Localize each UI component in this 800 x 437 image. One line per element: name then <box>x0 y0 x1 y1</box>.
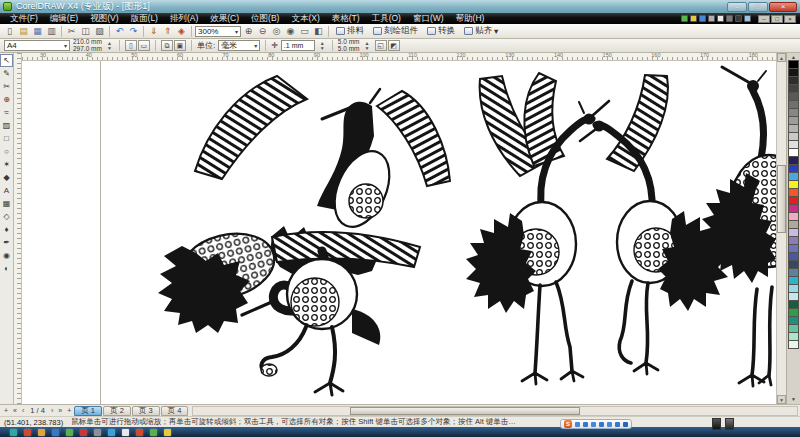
basic-shapes-tool[interactable]: ◆ <box>0 171 13 184</box>
last-page-button[interactable]: » <box>56 407 64 414</box>
close-button[interactable]: × <box>769 2 797 12</box>
save-icon[interactable]: ▦ <box>31 25 44 37</box>
undo-icon[interactable]: ↶ <box>113 25 126 37</box>
scroll-down-icon[interactable]: ▼ <box>777 395 786 404</box>
canvas-artwork[interactable] <box>22 61 776 404</box>
separator <box>191 40 192 51</box>
edit-macro-icon[interactable] <box>699 15 706 22</box>
add-page-start-button[interactable]: + <box>2 407 10 414</box>
nudge-spinner[interactable]: ▲▼ <box>318 41 327 51</box>
doc-close-button[interactable]: × <box>784 15 796 23</box>
zoom-level-combo[interactable]: 300% ▾ <box>195 26 241 37</box>
cut-icon[interactable]: ✂ <box>65 25 78 37</box>
smart-fill-tool[interactable]: ▨ <box>0 119 13 132</box>
portrait-button[interactable]: ▯ <box>125 40 137 51</box>
horizontal-scrollbar[interactable] <box>192 406 798 416</box>
horizontal-ruler[interactable]: 3040506070809010011012013014015016017018… <box>22 53 776 61</box>
zoom-width-icon[interactable]: ◧ <box>312 25 325 37</box>
windows-taskbar <box>0 427 800 437</box>
next-page-button[interactable]: › <box>49 407 55 414</box>
vertical-scrollbar[interactable]: ▲ ▼ <box>776 53 786 404</box>
zoom-in-icon[interactable]: ⊕ <box>242 25 255 37</box>
zoom-all-icon[interactable]: ◉ <box>284 25 297 37</box>
blend-tool[interactable]: ◇ <box>0 210 13 223</box>
doc-minimize-button[interactable]: – <box>758 15 770 23</box>
zoom-level-value: 300% <box>198 27 218 36</box>
export-icon[interactable]: ⇑ <box>161 25 174 37</box>
add-page-end-button[interactable]: + <box>65 407 73 414</box>
zoom-selected-icon[interactable]: ◎ <box>270 25 283 37</box>
crop-tool[interactable]: ✂ <box>0 80 13 93</box>
current-page-button[interactable]: ▣ <box>174 40 186 51</box>
doc-restore-button[interactable]: □ <box>771 15 783 23</box>
interactive-fill-tool[interactable]: ◐ <box>0 262 13 275</box>
freehand-tool[interactable]: ≈ <box>0 106 13 119</box>
ime-skin-icon[interactable] <box>712 418 721 430</box>
snap-to-button[interactable]: 贴齐 ▾ <box>460 25 502 38</box>
print-icon[interactable]: ▥ <box>45 25 58 37</box>
minimize-button[interactable]: – <box>727 2 747 12</box>
ime-skin-icon[interactable] <box>725 418 734 430</box>
page-count: 1 / 4 <box>27 406 48 415</box>
shape-tool[interactable]: ✎ <box>0 67 13 80</box>
record-icon[interactable] <box>690 15 697 22</box>
vertical-scroll-thumb[interactable] <box>777 165 786 233</box>
open-icon[interactable]: ▤ <box>17 25 30 37</box>
crane-group-right[interactable] <box>702 67 776 386</box>
pick-tool[interactable]: ↖ <box>0 54 13 67</box>
ellipse-tool[interactable]: ○ <box>0 145 13 158</box>
palette-down-icon[interactable]: ▼ <box>791 396 796 403</box>
workspace: ↖✎✂⊕≈▨□○✶◆A▦◇♦✒◉◐ 3040506070809010011012… <box>0 53 800 404</box>
sogou-logo-icon[interactable]: S <box>564 420 572 428</box>
doc-icon[interactable] <box>744 15 751 22</box>
ime-toolbar[interactable]: S <box>560 419 632 429</box>
drawing-canvas[interactable]: 3040506070809010011012013014015016017018… <box>22 53 776 404</box>
copy-icon[interactable]: ◫ <box>79 25 92 37</box>
window-icon <box>464 27 473 35</box>
play-icon[interactable] <box>717 15 724 22</box>
paste-icon[interactable]: ▨ <box>93 25 106 37</box>
table-tool[interactable]: ▦ <box>0 197 13 210</box>
dark-icon[interactable] <box>735 15 742 22</box>
pause-icon[interactable] <box>726 15 733 22</box>
vertical-ruler[interactable] <box>14 53 22 404</box>
convert-button[interactable]: 转换 <box>423 25 459 38</box>
units-combo[interactable]: 毫米 ▾ <box>218 40 260 51</box>
nudge-field[interactable]: .1 mm <box>281 40 315 51</box>
paper-type-combo[interactable]: A4 ▾ <box>4 40 70 51</box>
crane-group-middle[interactable] <box>466 73 728 384</box>
duplicate-spinner[interactable]: ▲▼ <box>363 41 372 51</box>
plotter-component-button[interactable]: 刻绘组件 <box>369 25 422 38</box>
horizontal-scroll-thumb[interactable] <box>350 407 579 415</box>
nesting-button[interactable]: 排料 <box>332 25 368 38</box>
treat-as-filled-button[interactable]: ◩ <box>388 40 400 51</box>
chevron-down-icon: ▾ <box>235 28 238 35</box>
vba-icon[interactable] <box>681 15 688 22</box>
first-page-button[interactable]: « <box>11 407 19 414</box>
all-pages-button[interactable]: ⧉ <box>161 40 173 51</box>
paper-size-spinner[interactable]: ▲▼ <box>105 41 114 51</box>
scroll-up-icon[interactable]: ▲ <box>777 53 786 62</box>
redo-icon[interactable]: ↷ <box>127 25 140 37</box>
zoom-out-icon[interactable]: ⊖ <box>256 25 269 37</box>
outline-pen-tool[interactable]: ✒ <box>0 236 13 249</box>
zoom-tool[interactable]: ⊕ <box>0 93 13 106</box>
paper-size-fields[interactable]: 210.0 mm 297.0 mm <box>73 39 102 52</box>
landscape-button[interactable]: ▭ <box>138 40 150 51</box>
rectangle-tool[interactable]: □ <box>0 132 13 145</box>
eyedropper-tool[interactable]: ♦ <box>0 223 13 236</box>
restore-button[interactable]: □ <box>748 2 768 12</box>
text-tool[interactable]: A <box>0 184 13 197</box>
separator <box>61 26 62 37</box>
duplicate-distance-fields[interactable]: 5.0 mm 5.0 mm <box>338 39 360 52</box>
zoom-page-icon[interactable]: ▭ <box>298 25 311 37</box>
import-icon[interactable]: ⇓ <box>147 25 160 37</box>
stop-icon[interactable] <box>708 15 715 22</box>
crane-group-left[interactable] <box>158 76 450 395</box>
app-launcher-icon[interactable]: ◈ <box>175 25 188 37</box>
fill-tool[interactable]: ◉ <box>0 249 13 262</box>
draw-complex-button[interactable]: ◱ <box>375 40 387 51</box>
prev-page-button[interactable]: ‹ <box>20 407 26 414</box>
polygon-tool[interactable]: ✶ <box>0 158 13 171</box>
new-icon[interactable]: ▯ <box>3 25 16 37</box>
